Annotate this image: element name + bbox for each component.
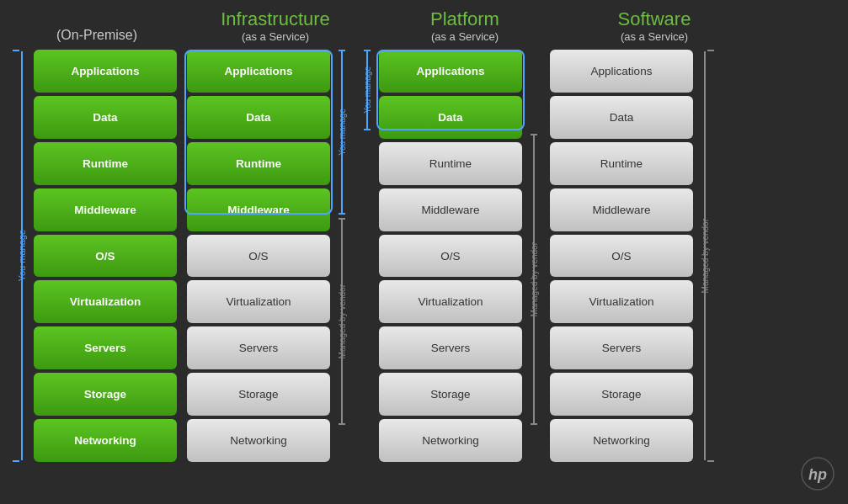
cell-iaas-data: Data — [187, 96, 330, 139]
svg-text:hp: hp — [808, 466, 827, 483]
iaas-right-bracket: You manage Managed by vendor — [333, 50, 351, 462]
saas-vendor-label: Managed by vendor — [701, 219, 710, 293]
onpremise-bracket-label: You manage — [17, 230, 27, 281]
onpremise-left-bracket: You manage — [13, 50, 31, 462]
cell-paas-applications: Applications — [379, 50, 522, 93]
cell-iaas-storage: Storage — [187, 373, 330, 416]
cell-iaas-virtualization: Virtualization — [187, 280, 330, 323]
cell-onpremise-servers: Servers — [34, 326, 177, 369]
col-header-saas: Software (as a Service) — [579, 8, 730, 43]
paas-subtitle: (as a Service) — [389, 30, 541, 43]
cell-paas-servers: Servers — [379, 326, 522, 369]
cell-paas-os: O/S — [379, 235, 522, 278]
saas-stack: Applications Data Runtime Middleware O/S… — [550, 50, 693, 462]
cell-iaas-servers: Servers — [187, 326, 330, 369]
paas-stack: Applications Data Runtime Middleware O/S… — [379, 50, 522, 462]
col-header-onpremise: (On-Premise) — [13, 28, 181, 43]
cell-iaas-runtime: Runtime — [187, 142, 330, 185]
cell-iaas-os: O/S — [187, 235, 330, 278]
paas-left-bracket: You manage — [358, 50, 376, 462]
cell-iaas-networking: Networking — [187, 419, 330, 462]
cell-saas-data: Data — [550, 96, 693, 139]
iaas-you-manage-label: You manage — [338, 109, 347, 156]
onpremise-stack: Applications Data Runtime Middleware O/S… — [34, 50, 177, 462]
iaas-title: Infrastructure — [200, 8, 351, 30]
cell-saas-middleware: Middleware — [550, 188, 693, 231]
content-area: (On-Premise) Infrastructure (as a Servic… — [0, 0, 848, 504]
cell-onpremise-middleware: Middleware — [34, 188, 177, 231]
cell-paas-virtualization: Virtualization — [379, 280, 522, 323]
cell-onpremise-virtualization: Virtualization — [34, 280, 177, 323]
paas-right-bracket: Managed by vendor — [525, 50, 543, 462]
cell-saas-virtualization: Virtualization — [550, 280, 693, 323]
cell-onpremise-os: O/S — [34, 235, 177, 278]
saas-subtitle: (as a Service) — [579, 30, 730, 43]
col-header-iaas: Infrastructure (as a Service) — [200, 8, 351, 43]
iaas-stack: Applications Data Runtime Middleware O/S… — [187, 50, 330, 462]
cell-onpremise-networking: Networking — [34, 419, 177, 462]
iaas-vendor-label: Managed by vendor — [338, 284, 347, 358]
cell-iaas-middleware: Middleware — [187, 188, 330, 231]
cell-paas-middleware: Middleware — [379, 188, 522, 231]
cell-onpremise-runtime: Runtime — [34, 142, 177, 185]
hp-logo: hp — [801, 457, 835, 494]
cell-saas-servers: Servers — [550, 326, 693, 369]
cell-onpremise-data: Data — [34, 96, 177, 139]
cell-saas-networking: Networking — [550, 419, 693, 462]
cell-paas-runtime: Runtime — [379, 142, 522, 185]
cell-onpremise-applications: Applications — [34, 50, 177, 93]
cell-paas-networking: Networking — [379, 419, 522, 462]
cell-iaas-applications: Applications — [187, 50, 330, 93]
cell-onpremise-storage: Storage — [34, 373, 177, 416]
cell-paas-data: Data — [379, 96, 522, 139]
cell-saas-runtime: Runtime — [550, 142, 693, 185]
iaas-section: Applications Data Runtime Middleware O/S… — [187, 50, 351, 462]
cell-saas-applications: Applications — [550, 50, 693, 93]
page-wrapper: (On-Premise) Infrastructure (as a Servic… — [0, 0, 848, 504]
saas-section: Applications Data Runtime Middleware O/S… — [550, 50, 714, 462]
cell-paas-storage: Storage — [379, 373, 522, 416]
main-grid: You manage Applications Data Runtime Mid… — [13, 50, 835, 462]
onpremise-section: You manage Applications Data Runtime Mid… — [13, 50, 177, 462]
saas-title: Software — [579, 8, 730, 30]
cell-saas-os: O/S — [550, 235, 693, 278]
iaas-subtitle: (as a Service) — [200, 30, 351, 43]
paas-you-manage-label: You manage — [363, 66, 372, 114]
paas-title: Platform — [389, 8, 541, 30]
onpremise-title: (On-Premise) — [13, 28, 181, 43]
saas-right-bracket: Managed by vendor — [696, 50, 714, 462]
header-row: (On-Premise) Infrastructure (as a Servic… — [13, 8, 835, 43]
cell-saas-storage: Storage — [550, 373, 693, 416]
paas-vendor-label: Managed by vendor — [530, 242, 539, 316]
paas-section: You manage Applications Data Runtime Mid… — [358, 50, 543, 462]
col-header-paas: Platform (as a Service) — [389, 8, 541, 43]
